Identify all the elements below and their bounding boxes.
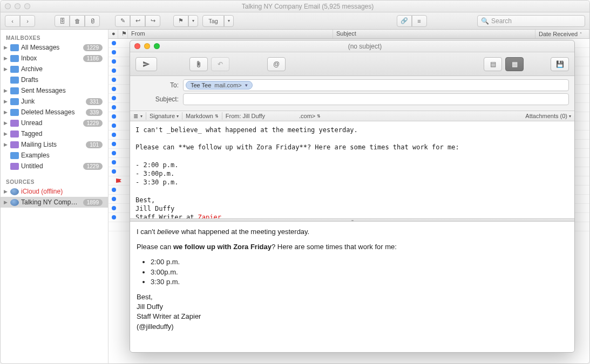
close-icon[interactable] xyxy=(5,3,11,9)
unread-dot-icon xyxy=(112,142,116,146)
compose-editor[interactable]: I can't _believe_ what happened at the m… xyxy=(130,121,574,218)
sidebar-item-archive[interactable]: ▶Archive xyxy=(1,64,108,74)
sidebar-item-mailing-lists[interactable]: ▶Mailing Lists101 xyxy=(1,139,108,150)
zoom-icon[interactable] xyxy=(154,43,160,49)
list-item: 3:00p.m. xyxy=(151,267,568,277)
minimize-icon[interactable] xyxy=(144,43,150,49)
compose-toolbar: ↶ @ ▤ ▦ 💾 xyxy=(130,52,574,76)
send-button[interactable] xyxy=(135,57,157,71)
compose-title: (no subject) xyxy=(160,43,570,50)
nav-group: ‹ › xyxy=(5,15,35,27)
col-date[interactable]: Date Received˄ xyxy=(535,30,589,38)
back-button[interactable]: ‹ xyxy=(5,15,20,27)
compose-window: (no subject) ↶ @ ▤ ▦ 💾 To: Tee Tee xyxy=(130,40,575,353)
markdown-dropdown[interactable]: Markdown⇅ xyxy=(186,113,219,119)
search-placeholder: Search xyxy=(491,17,512,25)
unread-dot-icon xyxy=(112,50,116,54)
col-unread-icon[interactable]: ● xyxy=(108,30,118,38)
search-input[interactable]: 🔍 Search xyxy=(477,15,585,27)
main-title: Talking NY Company Email (5,925 messages… xyxy=(30,3,585,10)
sidebar-item-all-messages[interactable]: ▶All Messages1229 xyxy=(1,42,108,53)
unread-dot-icon xyxy=(112,87,116,91)
junk-button[interactable]: 🛢 xyxy=(85,15,100,27)
main-titlebar: Talking NY Company Email (5,925 messages… xyxy=(1,1,589,12)
paperclip-icon xyxy=(195,60,202,68)
tag-button[interactable]: Tag xyxy=(202,15,224,27)
tag-menu-button[interactable]: ▾ xyxy=(224,15,234,27)
layout-left-button[interactable]: ▤ xyxy=(484,57,502,71)
recipient-chip[interactable]: Tee Tee mail.com> ▾ xyxy=(186,81,253,90)
unread-dot-icon xyxy=(112,68,116,73)
source-icloud[interactable]: ▶iCloud (offline) xyxy=(1,186,108,197)
unread-dot-icon xyxy=(112,197,116,201)
list-icon[interactable]: ≣ xyxy=(133,113,138,120)
sidebar-item-examples[interactable]: Examples xyxy=(1,150,108,161)
search-container: 🔍 Search xyxy=(431,15,586,27)
source-talking-ny[interactable]: ▶Talking NY Company…1899 xyxy=(1,197,108,208)
flag-menu-button[interactable]: ▾ xyxy=(188,15,198,27)
compose-body: I can't _believe_ what happened at the m… xyxy=(130,121,574,352)
sidebar: MAILBOXES ▶All Messages1229 ▶Inbox1186 ▶… xyxy=(1,30,108,364)
subject-field[interactable] xyxy=(183,93,569,105)
subject-label: Subject: xyxy=(135,95,183,103)
list-item: 3:30 p.m. xyxy=(151,277,568,287)
compose-preview: I can't believe what happened at the mee… xyxy=(130,222,574,352)
flag-button[interactable]: ⚑ xyxy=(173,15,188,27)
unread-dot-icon xyxy=(112,206,116,210)
compose-button[interactable]: ✎ xyxy=(115,15,130,27)
unread-dot-icon xyxy=(112,133,116,137)
archive-button[interactable]: 🗄 xyxy=(55,15,70,27)
zoom-icon[interactable] xyxy=(24,3,30,9)
sidebar-item-drafts[interactable]: Drafts xyxy=(1,74,108,85)
sidebar-item-deleted[interactable]: ▶Deleted Messages339 xyxy=(1,107,108,118)
link-button[interactable]: 🔗 xyxy=(397,15,412,27)
sidebar-item-junk[interactable]: ▶Junk331 xyxy=(1,96,108,107)
minimize-icon[interactable] xyxy=(15,3,21,9)
reply-button[interactable]: ↩ xyxy=(130,15,145,27)
unread-dot-icon xyxy=(112,151,116,155)
compose-options-bar: ≣▾ Signature▾ Markdown⇅ From: Jill Duffy… xyxy=(130,111,574,121)
chevron-down-icon: ▾ xyxy=(245,83,248,88)
unread-dot-icon xyxy=(112,114,116,119)
sidebar-item-tagged[interactable]: ▶Tagged xyxy=(1,128,108,139)
signature-dropdown[interactable]: Signature▾ xyxy=(150,113,179,119)
col-from[interactable]: From xyxy=(128,30,333,38)
unread-dot-icon xyxy=(112,169,116,174)
sidebar-header-sources: SOURCES xyxy=(1,177,108,186)
layout-right-button[interactable]: ▦ xyxy=(505,57,524,71)
col-subject[interactable]: Subject xyxy=(333,30,535,38)
unread-dot-icon xyxy=(112,59,116,64)
forward-button[interactable]: › xyxy=(20,15,35,27)
sidebar-item-sent[interactable]: ▶Sent Messages xyxy=(1,85,108,96)
close-icon[interactable] xyxy=(134,43,140,49)
sidebar-header-mailboxes: MAILBOXES xyxy=(1,33,108,42)
thread-button[interactable]: ≡ xyxy=(412,15,427,27)
undo-button[interactable]: ↶ xyxy=(211,57,229,71)
attachments-dropdown[interactable]: Attachments (0)▾ xyxy=(525,113,571,119)
at-button[interactable]: @ xyxy=(267,57,286,71)
sidebar-item-unread[interactable]: ▶Unread1229 xyxy=(1,118,108,128)
unread-dot-icon xyxy=(112,215,116,219)
sidebar-item-untitled[interactable]: Untitled1229 xyxy=(1,161,108,171)
forward-msg-button[interactable]: ↪ xyxy=(145,15,160,27)
unread-dot-icon xyxy=(112,78,116,82)
unread-dot-icon xyxy=(112,41,116,45)
recipient-name: Tee Tee xyxy=(191,82,211,88)
to-label: To: xyxy=(135,81,183,89)
compose-titlebar: (no subject) xyxy=(130,40,574,52)
split-handle[interactable] xyxy=(130,218,574,222)
from-dropdown[interactable]: From: Jill Duffy.com>⇅ xyxy=(226,113,321,119)
recipient-domain: mail.com> xyxy=(214,82,241,88)
main-traffic-lights xyxy=(5,3,30,9)
trash-button[interactable]: 🗑 xyxy=(70,15,85,27)
compose-headers: To: Tee Tee mail.com> ▾ Subject: xyxy=(130,76,574,111)
sidebar-item-inbox[interactable]: ▶Inbox1186 xyxy=(1,53,108,64)
paper-plane-icon xyxy=(141,60,151,68)
unread-dot-icon xyxy=(112,123,116,128)
attach-button[interactable] xyxy=(189,57,208,71)
main-toolbar: ‹ › 🗄 🗑 🛢 ✎ ↩ ↪ ⚑ ▾ Tag ▾ 🔗 ≡ xyxy=(1,12,589,30)
col-flag-icon[interactable]: ⚑ xyxy=(118,30,128,38)
save-draft-button[interactable]: 💾 xyxy=(551,57,569,71)
unread-dot-icon xyxy=(112,105,116,109)
to-field[interactable]: Tee Tee mail.com> ▾ xyxy=(183,79,569,91)
